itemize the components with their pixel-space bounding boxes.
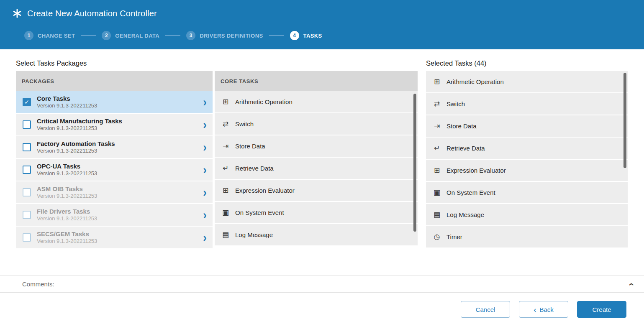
package-checkbox[interactable] [23,143,31,151]
package-version: Version 9.1.3-202211253 [37,238,200,245]
selected-task-row[interactable]: ⇥Store Data [426,115,628,138]
selected-task-row[interactable]: ◷Timer [426,226,628,248]
shuffle-icon: ⇄ [433,99,441,108]
core-task-row[interactable]: ↵Retrieve Data [215,158,418,180]
wizard-header: Create New Automation Controller 1CHANGE… [0,0,644,49]
step-4-tasks[interactable]: 4TASKS [290,31,322,40]
selected-tasks-title: Selected Tasks (44) [426,59,487,67]
package-version: Version 9.1.3-202211253 [37,215,200,222]
package-version: Version 9.1.3-202211253 [37,148,200,155]
package-checkbox[interactable] [23,188,31,196]
step-label: TASKS [303,33,322,39]
core-tasks-list: ⊞Arithmetic Operation⇄Switch⇥Store Data↵… [215,91,418,257]
package-name: Critical Manufacturing Tasks [37,117,200,125]
package-checkbox[interactable] [23,211,31,219]
stepper: 1CHANGE SET2GENERAL DATA3DRIVERS DEFINIT… [24,31,644,40]
chevron-right-icon[interactable]: › [203,118,207,131]
system-event-icon: ▣ [221,208,230,217]
selected-task-row[interactable]: ⊞Expression Evaluator [426,160,628,182]
package-text: ASM OIB TasksVersion 9.1.3-202211253 [37,185,200,200]
task-label: Expression Evaluator [235,187,295,194]
step-3-drivers-definitions[interactable]: 3DRIVERS DEFINITIONS [186,31,263,40]
chevron-left-icon: ‹ [534,306,536,314]
step-connector [81,35,96,36]
package-text: Critical Manufacturing TasksVersion 9.1.… [37,117,200,132]
selected-task-row[interactable]: ↵Retrieve Data [426,138,628,160]
core-task-row[interactable]: ⇄Switch [215,113,418,135]
step-circle: 2 [102,31,111,40]
core-tasks-scrollbar[interactable] [413,94,416,232]
selected-task-row[interactable]: ⇄Switch [426,93,628,115]
system-event-icon: ▣ [433,188,441,197]
step-connector [165,35,180,36]
task-label: Log Message [446,211,484,218]
core-task-row[interactable]: ⇥Store Data [215,135,418,158]
core-tasks-column-header: CORE TASKS [215,71,418,91]
back-button[interactable]: ‹ Back [519,301,568,318]
store-icon: ⇥ [221,142,230,151]
package-name: ASM OIB Tasks [37,185,200,193]
packages-section-title: Select Tasks Packages [16,59,426,67]
package-checkbox[interactable] [23,233,31,242]
package-checkbox[interactable]: ✓ [23,98,31,106]
comments-bar: Comments: › [0,276,644,293]
step-label: GENERAL DATA [115,33,159,39]
chevron-right-icon[interactable]: › [203,231,207,244]
task-label: Arithmetic Operation [235,98,292,105]
chevron-right-icon[interactable]: › [203,96,207,108]
log-icon: ▤ [433,210,441,219]
selected-task-row[interactable]: ▣On System Event [426,182,628,204]
package-name: Core Tasks [37,94,200,103]
chevron-right-icon[interactable]: › [203,209,207,221]
selection-area: PACKAGES ✓Core TasksVersion 9.1.3-202211… [16,71,628,257]
task-label: On System Event [446,189,495,196]
package-name: File Drivers Tasks [37,207,200,216]
package-checkbox[interactable] [23,120,31,129]
package-row[interactable]: Critical Manufacturing TasksVersion 9.1.… [16,114,213,136]
step-label: DRIVERS DEFINITIONS [200,33,263,39]
task-label: Retrieve Data [446,145,485,152]
chevron-right-icon[interactable]: › [203,186,207,199]
selected-task-row[interactable]: ⊞Arithmetic Operation [426,71,628,93]
step-label: CHANGE SET [38,33,75,39]
comments-label: Comments: [22,281,54,288]
step-connector [269,35,284,36]
chevron-up-icon[interactable]: › [625,283,636,286]
package-version: Version 9.1.3-202211253 [37,125,200,132]
grid-icon: ⊞ [221,97,230,106]
package-row[interactable]: OPC-UA TasksVersion 9.1.3-202211253› [16,159,213,181]
package-version: Version 9.1.3-202211253 [37,193,200,200]
core-task-row[interactable]: ▤Log Message [215,224,418,246]
package-row[interactable]: ASM OIB TasksVersion 9.1.3-202211253› [16,181,213,204]
package-row[interactable]: ✓Core TasksVersion 9.1.3-202211253› [16,91,213,114]
package-row[interactable]: File Drivers TasksVersion 9.1.3-20221125… [16,204,213,227]
package-row[interactable]: Factory Automation TasksVersion 9.1.3-20… [16,136,213,159]
core-task-row[interactable]: ⊞Expression Evaluator [215,180,418,202]
package-text: SECS/GEM TasksVersion 9.1.3-202211253 [37,230,200,245]
cancel-button[interactable]: Cancel [461,301,510,318]
selected-task-row[interactable]: ▤Log Message [426,204,628,226]
store-icon: ⇥ [433,122,441,130]
package-text: File Drivers TasksVersion 9.1.3-20221125… [37,207,200,222]
step-circle: 4 [290,31,299,40]
selected-tasks-scrollbar[interactable] [623,73,626,168]
chevron-right-icon[interactable]: › [203,163,207,176]
package-row[interactable]: SECS/GEM TasksVersion 9.1.3-202211253› [16,227,213,249]
package-checkbox[interactable] [23,166,31,174]
packages-column-header: PACKAGES [16,71,213,91]
create-button[interactable]: Create [577,301,626,318]
asterisk-icon [13,9,22,18]
chevron-right-icon[interactable]: › [203,141,207,153]
wizard-body: Select Tasks Packages Selected Tasks (44… [0,49,644,257]
core-tasks-panel: CORE TASKS ⊞Arithmetic Operation⇄Switch⇥… [215,71,418,257]
retrieve-icon: ↵ [221,164,230,173]
grid-icon: ⊞ [433,77,441,86]
task-label: Log Message [235,231,273,238]
step-2-general-data[interactable]: 2GENERAL DATA [102,31,159,40]
packages-list: ✓Core TasksVersion 9.1.3-202211253›Criti… [16,91,213,257]
step-1-change-set[interactable]: 1CHANGE SET [24,31,75,40]
task-label: Switch [446,100,465,107]
task-label: Timer [446,233,462,240]
core-task-row[interactable]: ▣On System Event [215,202,418,224]
core-task-row[interactable]: ⊞Arithmetic Operation [215,91,418,113]
